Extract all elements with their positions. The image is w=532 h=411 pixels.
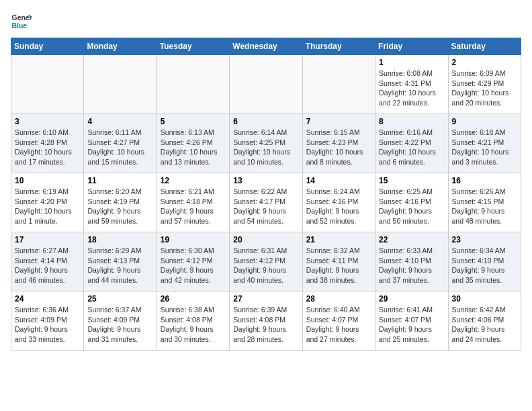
day-info: Sunrise: 6:08 AMSunset: 4:31 PMDaylight:… xyxy=(379,68,444,108)
day-info: Sunrise: 6:13 AMSunset: 4:26 PMDaylight:… xyxy=(161,128,226,167)
calendar-cell: 21Sunrise: 6:32 AMSunset: 4:11 PMDayligh… xyxy=(302,232,375,291)
day-number: 11 xyxy=(87,176,152,185)
day-info: Sunrise: 6:39 AMSunset: 4:08 PMDaylight:… xyxy=(233,305,298,345)
column-header-saturday: Saturday xyxy=(448,38,521,55)
day-info: Sunrise: 6:22 AMSunset: 4:17 PMDaylight:… xyxy=(233,187,298,226)
day-info: Sunrise: 6:09 AMSunset: 4:29 PMDaylight:… xyxy=(452,68,517,108)
day-number: 12 xyxy=(161,176,226,185)
calendar-cell: 8Sunrise: 6:16 AMSunset: 4:22 PMDaylight… xyxy=(375,114,448,173)
calendar-cell: 1Sunrise: 6:08 AMSunset: 4:31 PMDaylight… xyxy=(375,55,448,114)
calendar-cell: 10Sunrise: 6:19 AMSunset: 4:20 PMDayligh… xyxy=(11,173,84,232)
day-number: 23 xyxy=(452,235,517,244)
calendar-cell: 13Sunrise: 6:22 AMSunset: 4:17 PMDayligh… xyxy=(230,173,302,232)
calendar-cell xyxy=(11,55,84,114)
calendar-cell: 19Sunrise: 6:30 AMSunset: 4:12 PMDayligh… xyxy=(157,232,229,291)
day-number: 8 xyxy=(379,117,444,126)
page-header: General Blue xyxy=(11,11,521,32)
day-number: 17 xyxy=(15,235,80,244)
calendar-cell: 12Sunrise: 6:21 AMSunset: 4:18 PMDayligh… xyxy=(157,173,229,232)
day-info: Sunrise: 6:33 AMSunset: 4:10 PMDaylight:… xyxy=(379,246,444,285)
calendar-cell xyxy=(84,55,157,114)
day-info: Sunrise: 6:36 AMSunset: 4:09 PMDaylight:… xyxy=(15,305,80,345)
day-number: 24 xyxy=(15,294,80,304)
day-number: 30 xyxy=(452,294,517,304)
day-info: Sunrise: 6:29 AMSunset: 4:13 PMDaylight:… xyxy=(87,246,152,285)
calendar-week-row: 24Sunrise: 6:36 AMSunset: 4:09 PMDayligh… xyxy=(11,291,521,351)
calendar-cell: 11Sunrise: 6:20 AMSunset: 4:19 PMDayligh… xyxy=(84,173,157,232)
calendar-cell: 25Sunrise: 6:37 AMSunset: 4:09 PMDayligh… xyxy=(84,291,157,351)
day-number: 5 xyxy=(161,117,226,126)
svg-text:Blue: Blue xyxy=(12,22,28,30)
calendar-cell: 9Sunrise: 6:18 AMSunset: 4:21 PMDaylight… xyxy=(448,114,521,173)
calendar-cell xyxy=(302,55,375,114)
day-info: Sunrise: 6:20 AMSunset: 4:19 PMDaylight:… xyxy=(87,187,152,226)
calendar-cell: 5Sunrise: 6:13 AMSunset: 4:26 PMDaylight… xyxy=(157,114,229,173)
calendar-week-row: 10Sunrise: 6:19 AMSunset: 4:20 PMDayligh… xyxy=(11,173,521,232)
day-info: Sunrise: 6:41 AMSunset: 4:07 PMDaylight:… xyxy=(379,305,444,345)
day-number: 27 xyxy=(233,294,298,304)
day-info: Sunrise: 6:21 AMSunset: 4:18 PMDaylight:… xyxy=(161,187,226,226)
day-info: Sunrise: 6:25 AMSunset: 4:16 PMDaylight:… xyxy=(379,187,444,226)
day-info: Sunrise: 6:19 AMSunset: 4:20 PMDaylight:… xyxy=(15,187,80,226)
day-number: 2 xyxy=(452,58,517,67)
day-info: Sunrise: 6:24 AMSunset: 4:16 PMDaylight:… xyxy=(306,187,371,226)
calendar-cell: 29Sunrise: 6:41 AMSunset: 4:07 PMDayligh… xyxy=(375,291,448,351)
logo-icon: General Blue xyxy=(11,11,32,32)
day-number: 6 xyxy=(233,117,298,126)
calendar-cell: 2Sunrise: 6:09 AMSunset: 4:29 PMDaylight… xyxy=(448,55,521,114)
calendar-cell: 18Sunrise: 6:29 AMSunset: 4:13 PMDayligh… xyxy=(84,232,157,291)
day-number: 7 xyxy=(306,117,371,126)
calendar-cell xyxy=(230,55,302,114)
calendar-cell: 17Sunrise: 6:27 AMSunset: 4:14 PMDayligh… xyxy=(11,232,84,291)
calendar-table: SundayMondayTuesdayWednesdayThursdayFrid… xyxy=(11,38,521,351)
day-number: 4 xyxy=(87,117,152,126)
calendar-cell: 7Sunrise: 6:15 AMSunset: 4:23 PMDaylight… xyxy=(302,114,375,173)
column-header-thursday: Thursday xyxy=(302,38,375,55)
day-info: Sunrise: 6:26 AMSunset: 4:15 PMDaylight:… xyxy=(452,187,517,226)
day-info: Sunrise: 6:14 AMSunset: 4:25 PMDaylight:… xyxy=(233,128,298,167)
day-number: 19 xyxy=(161,235,226,244)
day-info: Sunrise: 6:27 AMSunset: 4:14 PMDaylight:… xyxy=(15,246,80,285)
calendar-cell: 22Sunrise: 6:33 AMSunset: 4:10 PMDayligh… xyxy=(375,232,448,291)
day-info: Sunrise: 6:34 AMSunset: 4:10 PMDaylight:… xyxy=(452,246,517,285)
calendar-week-row: 1Sunrise: 6:08 AMSunset: 4:31 PMDaylight… xyxy=(11,55,521,114)
column-header-tuesday: Tuesday xyxy=(157,38,229,55)
calendar-header-row: SundayMondayTuesdayWednesdayThursdayFrid… xyxy=(11,38,521,55)
day-number: 28 xyxy=(306,294,371,304)
day-number: 20 xyxy=(233,235,298,244)
calendar-cell: 16Sunrise: 6:26 AMSunset: 4:15 PMDayligh… xyxy=(448,173,521,232)
column-header-friday: Friday xyxy=(375,38,448,55)
day-info: Sunrise: 6:30 AMSunset: 4:12 PMDaylight:… xyxy=(161,246,226,285)
logo: General Blue xyxy=(11,11,32,32)
column-header-sunday: Sunday xyxy=(11,38,84,55)
calendar-cell: 28Sunrise: 6:40 AMSunset: 4:07 PMDayligh… xyxy=(302,291,375,351)
day-number: 15 xyxy=(379,176,444,185)
calendar-week-row: 17Sunrise: 6:27 AMSunset: 4:14 PMDayligh… xyxy=(11,232,521,291)
day-number: 21 xyxy=(306,235,371,244)
day-info: Sunrise: 6:42 AMSunset: 4:06 PMDaylight:… xyxy=(452,305,517,345)
day-number: 29 xyxy=(379,294,444,304)
calendar-cell: 23Sunrise: 6:34 AMSunset: 4:10 PMDayligh… xyxy=(448,232,521,291)
calendar-cell: 3Sunrise: 6:10 AMSunset: 4:28 PMDaylight… xyxy=(11,114,84,173)
day-number: 25 xyxy=(87,294,152,304)
calendar-cell: 24Sunrise: 6:36 AMSunset: 4:09 PMDayligh… xyxy=(11,291,84,351)
day-info: Sunrise: 6:40 AMSunset: 4:07 PMDaylight:… xyxy=(306,305,371,345)
day-number: 14 xyxy=(306,176,371,185)
calendar-cell: 27Sunrise: 6:39 AMSunset: 4:08 PMDayligh… xyxy=(230,291,302,351)
day-number: 16 xyxy=(452,176,517,185)
column-header-wednesday: Wednesday xyxy=(230,38,302,55)
calendar-cell: 6Sunrise: 6:14 AMSunset: 4:25 PMDaylight… xyxy=(230,114,302,173)
day-info: Sunrise: 6:38 AMSunset: 4:08 PMDaylight:… xyxy=(161,305,226,345)
day-number: 18 xyxy=(87,235,152,244)
calendar-cell: 30Sunrise: 6:42 AMSunset: 4:06 PMDayligh… xyxy=(448,291,521,351)
calendar-cell: 15Sunrise: 6:25 AMSunset: 4:16 PMDayligh… xyxy=(375,173,448,232)
calendar-cell: 26Sunrise: 6:38 AMSunset: 4:08 PMDayligh… xyxy=(157,291,229,351)
day-info: Sunrise: 6:37 AMSunset: 4:09 PMDaylight:… xyxy=(87,305,152,345)
day-info: Sunrise: 6:10 AMSunset: 4:28 PMDaylight:… xyxy=(15,128,80,167)
day-number: 26 xyxy=(161,294,226,304)
calendar-cell xyxy=(157,55,229,114)
calendar-cell: 14Sunrise: 6:24 AMSunset: 4:16 PMDayligh… xyxy=(302,173,375,232)
day-info: Sunrise: 6:15 AMSunset: 4:23 PMDaylight:… xyxy=(306,128,371,167)
day-info: Sunrise: 6:32 AMSunset: 4:11 PMDaylight:… xyxy=(306,246,371,285)
day-number: 3 xyxy=(15,117,80,126)
